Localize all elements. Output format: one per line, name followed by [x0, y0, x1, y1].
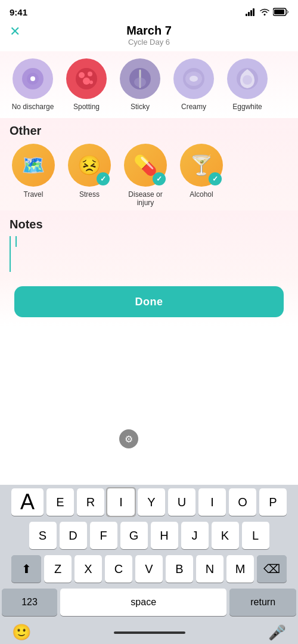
key-d[interactable]: D — [60, 522, 87, 549]
svg-point-4 — [264, 14, 266, 16]
done-button[interactable]: Done — [14, 286, 284, 317]
other-title: Other — [10, 124, 288, 138]
key-n[interactable]: N — [196, 555, 224, 583]
key-v[interactable]: V — [135, 555, 163, 583]
key-b[interactable]: B — [166, 555, 193, 583]
svg-point-13 — [83, 78, 90, 85]
key-m[interactable]: M — [226, 555, 254, 583]
status-bar: 9:41 — [0, 0, 298, 21]
key-s[interactable]: S — [29, 522, 57, 549]
key-l[interactable]: L — [242, 522, 269, 549]
key-g[interactable]: G — [120, 522, 148, 549]
keyboard-row-3: ⬆ Z X C V B N M ⌫ — [0, 555, 298, 583]
key-j[interactable]: J — [181, 522, 209, 549]
other-items-list: 🗺️ Travel 😣 ✓ Stress 💊 ✓ Disease or inju… — [10, 144, 288, 207]
key-x[interactable]: X — [74, 555, 102, 583]
disease-icon: 💊 — [134, 154, 157, 177]
sticky-label: Sticky — [131, 103, 150, 111]
wifi-icon — [259, 8, 270, 16]
header: ✕ March 7 Cycle Day 6 — [0, 21, 298, 51]
other-item-alcohol[interactable]: 🍸 ✓ Alcohol — [178, 144, 225, 207]
key-f[interactable]: F — [90, 522, 117, 549]
discharge-item-no-discharge[interactable]: No discharge — [6, 56, 60, 113]
svg-point-19 — [190, 76, 198, 82]
notes-title: Notes — [10, 218, 288, 231]
stress-icon: 😣 — [77, 154, 101, 177]
key-u[interactable]: U — [168, 488, 195, 516]
battery-icon — [273, 8, 288, 16]
discharge-item-eggwhite[interactable]: Eggwhite — [221, 56, 274, 113]
svg-point-16 — [134, 78, 146, 87]
disease-check-badge: ✓ — [153, 172, 166, 185]
key-p[interactable]: P — [259, 488, 287, 516]
return-key[interactable]: return — [229, 589, 296, 616]
svg-point-14 — [89, 80, 93, 84]
keyboard-row-1: A E R I Y U I O P — [0, 488, 298, 516]
svg-point-9 — [30, 76, 35, 81]
cycle-day: Cycle Day 6 — [0, 38, 298, 47]
emoji-key[interactable]: 🙂 — [12, 623, 31, 642]
svg-rect-3 — [253, 8, 254, 16]
other-section: Other 🗺️ Travel 😣 ✓ Stress 💊 ✓ Disease o… — [0, 118, 298, 210]
keyboard-bottom-row: 123 space return — [0, 589, 298, 620]
no-discharge-icon[interactable] — [13, 58, 53, 99]
close-button[interactable]: ✕ — [10, 24, 20, 39]
disease-icon-circle[interactable]: 💊 ✓ — [124, 144, 167, 187]
eggwhite-icon[interactable] — [227, 58, 268, 99]
spotting-label: Spotting — [73, 103, 100, 111]
alcohol-label: Alcohol — [190, 190, 213, 199]
svg-rect-1 — [248, 12, 250, 16]
spotting-icon[interactable] — [66, 58, 107, 99]
creamy-label: Creamy — [181, 103, 206, 111]
creamy-icon[interactable] — [173, 58, 214, 99]
sticky-icon[interactable] — [120, 58, 160, 99]
svg-rect-2 — [250, 10, 252, 16]
other-item-stress[interactable]: 😣 ✓ Stress — [66, 144, 113, 207]
disease-label: Disease or injury — [122, 190, 169, 207]
status-icons — [246, 8, 288, 16]
home-indicator-bar — [114, 631, 185, 634]
delete-key[interactable]: ⌫ — [257, 555, 287, 583]
discharge-section: No discharge Spotting Sticky — [0, 51, 298, 118]
stress-icon-circle[interactable]: 😣 ✓ — [68, 144, 111, 187]
key-a[interactable]: A — [11, 488, 44, 516]
emoji-row: 🙂 🎤 — [0, 620, 298, 644]
space-key[interactable]: space — [60, 589, 226, 616]
key-i[interactable]: I — [107, 488, 135, 516]
microphone-icon[interactable]: 🎤 — [268, 624, 286, 641]
discharge-item-sticky[interactable]: Sticky — [113, 56, 167, 113]
notes-input-area[interactable] — [10, 236, 288, 272]
svg-point-12 — [88, 72, 92, 76]
status-time: 9:41 — [10, 7, 27, 17]
key-o[interactable]: O — [229, 488, 256, 516]
alcohol-check-badge: ✓ — [209, 172, 222, 185]
key-c[interactable]: C — [105, 555, 132, 583]
keyboard: A E R I Y U I O P S D F G H J K L ⬆ Z X … — [0, 485, 298, 644]
alcohol-icon: 🍸 — [190, 154, 213, 177]
key-y[interactable]: Y — [138, 488, 165, 516]
travel-label: Travel — [24, 190, 44, 199]
other-item-travel[interactable]: 🗺️ Travel — [10, 144, 57, 207]
notes-section: Notes — [0, 210, 298, 277]
travel-icon: 🗺️ — [21, 154, 45, 177]
discharge-item-spotting[interactable]: Spotting — [60, 56, 113, 113]
key-r[interactable]: R — [77, 488, 104, 516]
numbers-key[interactable]: 123 — [2, 589, 57, 616]
key-h[interactable]: H — [151, 522, 178, 549]
stress-check-badge: ✓ — [97, 172, 110, 185]
no-discharge-label: No discharge — [12, 103, 54, 111]
done-button-area: Done — [0, 277, 298, 327]
key-z[interactable]: Z — [44, 555, 72, 583]
key-e[interactable]: E — [46, 488, 74, 516]
other-item-disease[interactable]: 💊 ✓ Disease or injury — [122, 144, 169, 207]
discharge-item-creamy[interactable]: Creamy — [167, 56, 221, 113]
alcohol-icon-circle[interactable]: 🍸 ✓ — [180, 144, 223, 187]
signal-icon — [246, 8, 256, 16]
key-k[interactable]: K — [212, 522, 239, 549]
shift-key[interactable]: ⬆ — [11, 555, 41, 583]
eggwhite-label: Eggwhite — [232, 103, 262, 111]
key-i2[interactable]: I — [198, 488, 226, 516]
gear-icon: ⚙ — [119, 429, 138, 448]
travel-icon-circle[interactable]: 🗺️ — [12, 144, 55, 187]
svg-point-21 — [243, 75, 252, 85]
